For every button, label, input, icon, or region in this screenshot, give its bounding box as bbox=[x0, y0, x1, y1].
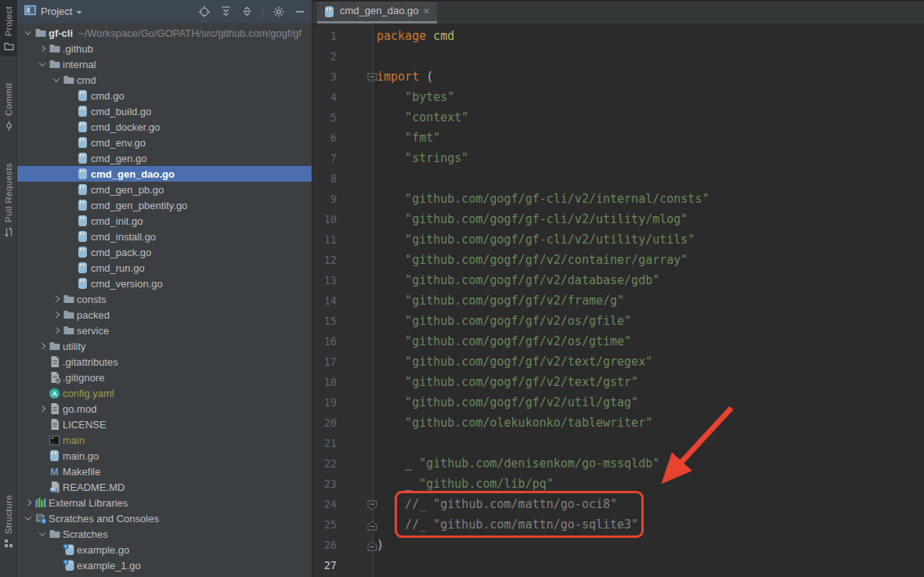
tree-item-consts[interactable]: consts bbox=[17, 291, 312, 307]
tree-item-cmd-gen-go[interactable]: cmd_gen.go bbox=[17, 150, 312, 166]
tree-item-label: cmd_env.go bbox=[91, 137, 146, 149]
tree-item-external-libraries[interactable]: External Libraries bbox=[17, 495, 312, 510]
line-number: 10 bbox=[312, 209, 337, 229]
tree-item-cmd[interactable]: cmd bbox=[17, 72, 312, 88]
code-line[interactable]: 17 "github.com/gogf/gf/v2/text/gregex" bbox=[312, 352, 924, 372]
binary-icon bbox=[49, 435, 63, 446]
hide-icon[interactable] bbox=[294, 6, 305, 17]
tree-item-service[interactable]: service bbox=[17, 323, 312, 338]
tool-window-button-pull-requests[interactable]: Pull Requests bbox=[0, 157, 17, 243]
tree-item-scratches[interactable]: Scratches bbox=[17, 526, 312, 542]
code-line[interactable]: 5 "context" bbox=[312, 107, 924, 128]
gofile-icon bbox=[77, 277, 91, 290]
tree-item-internal[interactable]: internal bbox=[17, 56, 312, 72]
tree-item-label: .gitignore bbox=[63, 372, 104, 384]
tree-chevron-icon[interactable] bbox=[50, 312, 63, 317]
code-line[interactable]: 3import ( bbox=[312, 67, 924, 87]
code-line[interactable]: 8 bbox=[312, 168, 924, 189]
tree-item-config-yaml[interactable]: Aconfig.yaml bbox=[17, 385, 312, 401]
tree-item-utility[interactable]: utility bbox=[17, 338, 312, 354]
code-line[interactable]: 21 bbox=[312, 433, 924, 453]
tree-item-cmd-gen-pbentity-go[interactable]: cmd_gen_pbentity.go bbox=[17, 197, 312, 213]
tool-window-button-project[interactable]: Project bbox=[0, 0, 17, 56]
line-number: 6 bbox=[312, 128, 337, 148]
code-line[interactable]: 18 "github.com/gogf/gf/v2/text/gstr" bbox=[312, 372, 924, 392]
tool-window-button-commit[interactable]: Commit bbox=[0, 77, 17, 136]
collapse-all-icon[interactable] bbox=[241, 5, 253, 17]
expand-all-icon[interactable] bbox=[220, 5, 232, 17]
tree-item-cmd-gen-pb-go[interactable]: cmd_gen_pb.go bbox=[17, 182, 312, 197]
tree-item-cmd-version-go[interactable]: cmd_version.go bbox=[17, 276, 312, 291]
tree-item--gitignore[interactable]: .gitignore bbox=[17, 370, 312, 385]
tree-chevron-icon[interactable] bbox=[36, 344, 49, 348]
tree-chevron-icon[interactable] bbox=[22, 516, 34, 521]
tree-item-main[interactable]: main bbox=[17, 432, 312, 448]
tree-item-main-go[interactable]: main.go bbox=[17, 448, 312, 463]
code-line[interactable]: 4 "bytes" bbox=[312, 87, 924, 107]
tree-item-cmd-build-go[interactable]: cmd_build.go bbox=[17, 103, 312, 119]
code-line[interactable]: 22 _ "github.com/denisenkom/go-mssqldb" bbox=[312, 453, 924, 474]
tree-item-cmd-run-go[interactable]: cmd_run.go bbox=[17, 260, 312, 276]
tool-window-button-structure[interactable]: Structure bbox=[0, 489, 17, 554]
code-line[interactable]: 15 "github.com/gogf/gf/v2/os/gfile" bbox=[312, 311, 924, 331]
fold-marker-icon[interactable] bbox=[366, 540, 378, 550]
chevron-down-icon[interactable] bbox=[76, 11, 82, 14]
tree-item-cmd-init-go[interactable]: cmd_init.go bbox=[17, 213, 312, 229]
tree-chevron-icon[interactable] bbox=[36, 46, 49, 51]
tree-chevron-icon[interactable] bbox=[22, 31, 34, 35]
tool-window-stripe: ProjectCommitPull Requests Structure bbox=[0, 0, 17, 577]
tree-item-cmd-env-go[interactable]: cmd_env.go bbox=[17, 135, 312, 150]
code-text bbox=[337, 433, 377, 453]
fold-marker-icon[interactable] bbox=[366, 72, 378, 82]
tree-item-packed[interactable]: packed bbox=[17, 307, 312, 323]
tree-item-example-1-go[interactable]: example_1.go bbox=[17, 557, 312, 573]
code-line[interactable]: 27 bbox=[312, 555, 924, 575]
code-line[interactable]: 2 bbox=[312, 46, 924, 67]
tree-item-example-go[interactable]: example.go bbox=[17, 542, 312, 557]
tree-item-go-mod[interactable]: go.mod bbox=[17, 401, 312, 417]
tree-chevron-icon[interactable] bbox=[50, 78, 63, 82]
tree-item-cmd-go[interactable]: cmd.go bbox=[17, 88, 312, 103]
code-line[interactable]: 1package cmd bbox=[312, 26, 924, 46]
tree-item--github[interactable]: .github bbox=[17, 41, 312, 56]
tree-chevron-icon[interactable] bbox=[36, 62, 49, 67]
tree-chevron-icon[interactable] bbox=[50, 328, 63, 333]
code-line[interactable]: 13 "github.com/gogf/gf/v2/database/gdb" bbox=[312, 270, 924, 290]
code-line[interactable]: 7 "strings" bbox=[312, 148, 924, 168]
tree-item-readme-md[interactable]: MDREADME.MD bbox=[17, 479, 312, 495]
stripe-top-group: ProjectCommitPull Requests bbox=[0, 0, 16, 243]
tree-chevron-icon[interactable] bbox=[22, 500, 34, 505]
code-line[interactable]: 14 "github.com/gogf/gf/v2/frame/g" bbox=[312, 290, 924, 311]
code-line[interactable]: 11 "github.com/gogf/gf-cli/v2/utility/ut… bbox=[312, 229, 924, 250]
gofile-icon bbox=[77, 136, 91, 149]
tree-chevron-icon[interactable] bbox=[50, 297, 63, 301]
tree-item-license[interactable]: LICENSE bbox=[17, 417, 312, 432]
textfile-icon bbox=[49, 402, 63, 415]
code-line[interactable]: 19 "github.com/gogf/gf/v2/util/gtag" bbox=[312, 392, 924, 413]
tree-item-cmd-pack-go[interactable]: cmd_pack.go bbox=[17, 244, 312, 260]
tree-item-makefile[interactable]: MMakefile bbox=[17, 463, 312, 479]
tab-cmd-gen-dao[interactable]: cmd_gen_dao.go × bbox=[317, 2, 437, 23]
tree-item-cmd-docker-go[interactable]: cmd_docker.go bbox=[17, 119, 312, 135]
tree-item--gitattributes[interactable]: .gitattributes bbox=[17, 354, 312, 370]
tree-item-label: go.mod bbox=[63, 403, 96, 415]
tree-chevron-icon[interactable] bbox=[36, 406, 49, 411]
fold-marker-icon[interactable] bbox=[366, 520, 378, 530]
tree-item-label: Makefile bbox=[63, 466, 100, 478]
tree-item-scratches-and-consoles[interactable]: Scratches and Consoles bbox=[17, 510, 312, 526]
tree-item-cmd-install-go[interactable]: cmd_install.go bbox=[17, 229, 312, 244]
settings-icon[interactable] bbox=[273, 5, 285, 18]
locate-icon[interactable] bbox=[198, 5, 211, 18]
close-icon[interactable]: × bbox=[423, 5, 429, 18]
code-line[interactable]: 12 "github.com/gogf/gf/v2/container/garr… bbox=[312, 250, 924, 270]
code-line[interactable]: 10 "github.com/gogf/gf-cli/v2/utility/ml… bbox=[312, 209, 924, 229]
code-line[interactable]: 6 "fmt" bbox=[312, 128, 924, 148]
fold-marker-icon[interactable] bbox=[366, 499, 378, 510]
code-line[interactable]: 20 "github.com/olekukonko/tablewriter" bbox=[312, 413, 924, 433]
code-line[interactable]: 9 "github.com/gogf/gf-cli/v2/internal/co… bbox=[312, 189, 924, 209]
tree-chevron-icon[interactable] bbox=[36, 532, 49, 536]
code-text: package cmd bbox=[337, 26, 454, 46]
code-line[interactable]: 16 "github.com/gogf/gf/v2/os/gtime" bbox=[312, 331, 924, 352]
tree-item-gf-cli[interactable]: gf-cli~/Workspace/Go/GOPATH/src/github.c… bbox=[17, 25, 312, 41]
tree-item-cmd-gen-dao-go[interactable]: cmd_gen_dao.go bbox=[17, 166, 312, 182]
